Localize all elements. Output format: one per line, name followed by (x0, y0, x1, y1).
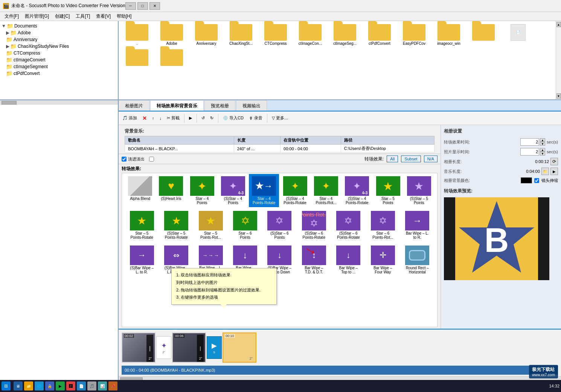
taskbar-icon-3[interactable]: 🌐 (35, 381, 44, 390)
fade-checkbox2[interactable] (149, 157, 154, 162)
photo-time-down[interactable]: ▼ (540, 152, 545, 156)
effect-s-star4[interactable]: ✦ 4▪3 (S)Star – 4Points (218, 174, 248, 207)
folder-ctimagecon[interactable]: ctImageCon... (293, 23, 327, 47)
menu-view[interactable]: 查看[V] (93, 12, 114, 20)
import-cd-button[interactable]: 💿 导入CD (221, 114, 246, 122)
photo-time-control[interactable]: ▲ ▼ sec(s) (520, 148, 558, 156)
folder-easypdf[interactable]: EasyPDFCov (397, 23, 431, 47)
transition-time-control[interactable]: ▲ ▼ sec(s) (520, 138, 558, 146)
menu-create[interactable]: 创建[C] (52, 12, 73, 20)
timeline-transition-1[interactable]: ✦ 2" (156, 336, 171, 359)
menu-tools[interactable]: 工具[T] (73, 12, 93, 20)
taskbar-icon-2[interactable]: 📁 (24, 381, 33, 390)
folder-dotdot[interactable]: . (120, 23, 154, 47)
music-folder-button[interactable]: 📁 (541, 168, 549, 175)
photo-time-input[interactable] (520, 148, 539, 156)
tab-output[interactable]: 视频输出 (236, 100, 267, 111)
effect-barwipe-tddt[interactable]: ↕ Bar Wipe –T.D. & D.T. (297, 243, 331, 276)
prev-button[interactable]: ↺ (199, 115, 207, 121)
tab-album-photos[interactable]: 相册图片 (119, 100, 149, 111)
tab-transitions[interactable]: 转场效果和背景音乐 (150, 100, 204, 111)
effect-alpha-blend[interactable]: Alpha Blend (125, 174, 155, 207)
tree-item-ctimageconvert[interactable]: 📁 ctImageConvert (2, 56, 116, 63)
folder-r2-1[interactable] (466, 23, 500, 47)
move-down-button[interactable]: ↓ (157, 115, 164, 121)
effect-star5[interactable]: ★ Star – 5Points (373, 174, 403, 207)
folder-ctimageseg[interactable]: ctImageSeg... (328, 23, 362, 47)
file-tree[interactable]: ▼ 📁 Documents ▶ 📁 Adobe 📁 Anniversary (0, 21, 118, 99)
effect-s-star4-rot2[interactable]: ✦ 4▪3 (S)Star – 4Points-Rotate (342, 174, 372, 207)
timeline-item-2[interactable]: 2 00:06 | 2" (172, 333, 206, 363)
menu-file[interactable]: 文件[F] (2, 12, 22, 20)
effect-roundrect-h[interactable]: Round Rect –Horizontal (401, 243, 434, 276)
effect-star6-rot2[interactable]: ✡ Star – 6Points-Rot... (366, 209, 399, 242)
effect-star4-rotate[interactable]: ★→ Star – 4Points-Rotate (249, 174, 279, 207)
folder-ctpdf[interactable]: ctPdfConvert (363, 23, 396, 47)
tree-item-adobe[interactable]: ▶ 📁 Adobe (2, 29, 116, 36)
taskbar-icon-10[interactable]: 📌 (108, 381, 117, 390)
tab-preview[interactable]: 预览相册 (204, 100, 235, 111)
move-up-button[interactable]: ↑ (150, 115, 157, 121)
cut-button[interactable]: ✂ 剪截 (165, 114, 182, 122)
all-button[interactable]: All (387, 156, 398, 162)
effect-barwipe-lr[interactable]: → Bar Wipe – L.to R. (401, 209, 434, 242)
subset-button[interactable]: Subset (401, 156, 421, 162)
folder-imageocr[interactable]: imageocr_win (432, 23, 466, 47)
fade-checkbox[interactable] (122, 157, 127, 162)
music-row-1[interactable]: BOOMBAYAH – BLACKP... 240" of ... 00:00 … (125, 145, 434, 153)
thumb-1[interactable]: 00:02 | 2" (122, 333, 155, 363)
transition-time-down[interactable]: ▼ (540, 142, 545, 146)
taskbar-icon-8[interactable]: 🎵 (87, 381, 96, 390)
effect-star4[interactable]: ✦ Star – 4Points (187, 174, 217, 207)
effect-s-star6[interactable]: ✡ (S)Star – 6Points (263, 209, 296, 242)
transition-time-input[interactable] (520, 138, 539, 146)
music-play-button[interactable]: ▶ (550, 168, 558, 175)
transition-time-up[interactable]: ▲ (540, 138, 545, 142)
timeline-item-3[interactable]: 3 00:10 2" (223, 333, 256, 363)
taskbar-icon-9[interactable]: 📊 (98, 381, 107, 390)
tree-item-ctpdfconvert[interactable]: 📁 ctPdfConvert (2, 70, 116, 77)
effect-star5-rot[interactable]: ★ Star – 5Points-Rotate (125, 209, 159, 242)
effect-s-star6-rot[interactable]: ✡ (S)Star – 6Points-Rotate (332, 209, 365, 242)
na-button[interactable]: N/A (424, 156, 438, 162)
folder-r2-3[interactable] (120, 48, 154, 68)
taskbar-icon-6[interactable]: 🅱 (66, 381, 75, 390)
menu-help[interactable]: 帮助[H] (114, 12, 134, 20)
effect-s-star4-rotate[interactable]: ✦ (S)Star – 4Points-Rotate (280, 174, 310, 207)
photo-time-up[interactable]: ▲ (540, 148, 545, 152)
effect-heart-iris[interactable]: ♥ (S)Heart Iris (156, 174, 186, 207)
effect-s-star5-rot[interactable]: ★ (S)Star – 5Points-Rotate (159, 209, 193, 242)
folder-adobe[interactable]: Adobe (155, 23, 189, 47)
zoom-checkbox[interactable] (534, 178, 539, 183)
taskbar-icon-4[interactable]: 🔒 (45, 381, 54, 390)
effect-star6[interactable]: ✡ Star – 6Points (228, 209, 262, 242)
taskbar-icon-5[interactable]: ▶ (56, 381, 65, 390)
effect-barwipe-4way[interactable]: ✛ Bar Wipe –Four Way (366, 243, 399, 276)
tree-item-documents[interactable]: ▼ 📁 Documents (2, 23, 116, 29)
record-button[interactable]: 🎙 录音 (247, 114, 265, 122)
effect-s-barwipe-lr[interactable]: → (S)Bar Wipe –L. to R. (125, 243, 159, 276)
taskbar-icon-1[interactable]: 🖥 (14, 381, 23, 390)
maximize-button[interactable]: □ (137, 2, 148, 10)
add-button[interactable]: 🎵 添加 (120, 114, 139, 122)
close-button[interactable]: ✕ (149, 2, 160, 10)
taskbar-icon-7[interactable]: 📄 (77, 381, 86, 390)
tree-item-chaoxing[interactable]: ▶ 📁 ChaoXingStudyNew Files (2, 43, 116, 50)
timeline-transition-2[interactable]: ▶ S (207, 336, 222, 359)
effect-star6-rot[interactable]: Points-Rot... ✡ (S)Star – 6Points-Rotate (297, 209, 331, 242)
tree-item-anniversary[interactable]: 📁 Anniversary (2, 36, 116, 43)
menu-photos[interactable]: 图片管理[G] (22, 12, 52, 20)
transition-icon-1[interactable]: ✦ 2" (156, 336, 171, 359)
effect-s-star5[interactable]: ★ (S)Star – 5Points (404, 174, 434, 207)
bg-color-swatch[interactable] (521, 177, 532, 183)
delete-button[interactable]: ✕ (140, 114, 149, 122)
folder-r2-4[interactable] (155, 48, 189, 68)
effect-star5-rot2[interactable]: ★ Star – 5Points-Rot... (194, 209, 227, 242)
folder-ctcompress[interactable]: CTCompress (259, 23, 293, 47)
next-button[interactable]: ↻ (208, 115, 216, 121)
effect-barwipe-top2[interactable]: ↓ Bar Wipe –Top to ... (332, 243, 365, 276)
play-button[interactable]: ▶ (187, 115, 194, 121)
more-button[interactable]: ▽ 更多... (270, 114, 290, 122)
thumb-2[interactable]: 00:06 | 2" (172, 333, 206, 363)
transition-icon-2[interactable]: ▶ S (207, 336, 222, 359)
